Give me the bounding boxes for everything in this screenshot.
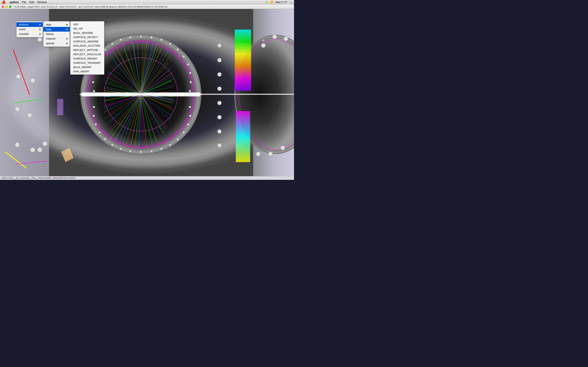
svg-point-186 (15, 107, 20, 111)
svg-point-156 (140, 151, 142, 153)
minimize-button[interactable] (5, 6, 8, 8)
svg-point-157 (129, 150, 131, 152)
flag-nan-abort[interactable]: NAN_ABORT (70, 69, 104, 74)
flag-bulk-absorb[interactable]: BULK_ABSORB (70, 31, 104, 35)
svg-point-154 (190, 81, 192, 83)
menu-item-photons[interactable]: photons ▶ (17, 22, 43, 27)
svg-point-172 (189, 106, 191, 108)
context-menu-overlay: photons ▶ event ▶ eventlist ▶ style ▶ fl… (16, 21, 104, 75)
eventlist-label: eventlist (19, 33, 29, 35)
svg-point-204 (217, 101, 222, 105)
flag-bulk-reemit[interactable]: BULK_REEMIT (70, 65, 104, 69)
svg-point-166 (160, 148, 162, 150)
apple-menu-icon[interactable]: 🍎 (2, 0, 6, 4)
svg-point-214 (272, 34, 277, 39)
svg-point-216 (281, 146, 285, 150)
svg-point-189 (30, 147, 35, 152)
svg-point-155 (189, 90, 191, 92)
event-label: event (19, 28, 26, 31)
svg-point-161 (99, 131, 101, 133)
svg-point-140 (111, 43, 113, 45)
special-arrow: ▶ (66, 42, 68, 45)
flag-surface-transmit[interactable]: SURFACE_TRANSMIT (70, 61, 104, 65)
menu-item-flags[interactable]: flags ▶ (43, 27, 70, 32)
menu-item-history[interactable]: history (43, 32, 70, 36)
window-controls (2, 6, 11, 8)
menubar-right: 🔋 📶 Wed 17:27 🔍 (265, 1, 292, 4)
svg-point-218 (256, 152, 260, 156)
style-arrow: ▶ (66, 23, 68, 26)
svg-point-170 (187, 123, 189, 125)
menu-item-event[interactable]: event ▶ (17, 27, 43, 32)
menu-item-eventlist[interactable]: eventlist ▶ (17, 32, 43, 36)
svg-point-185 (30, 78, 35, 83)
svg-point-188 (15, 142, 20, 147)
search-icon[interactable]: 🔍 (289, 1, 292, 4)
svg-point-149 (169, 43, 171, 45)
menu-item-style[interactable]: style ▶ (43, 22, 70, 27)
svg-point-153 (189, 72, 191, 74)
svg-point-158 (120, 148, 122, 150)
menubar-window[interactable]: Window (37, 1, 47, 4)
menu-level2: style ▶ flags ▶ history material ▶ speci… (43, 21, 70, 47)
svg-marker-197 (61, 148, 73, 162)
titlebar: t 0.00 01[2]9 --target=3153 --eye="0.0,0… (0, 4, 294, 9)
material-label: material (46, 37, 55, 40)
menubar-edit[interactable]: Edit (29, 1, 34, 4)
flag-surface-absorb[interactable]: SURFACE_ABSORB (70, 39, 104, 44)
svg-point-217 (268, 152, 273, 156)
menubar-file[interactable]: File (22, 1, 26, 4)
statusbar-text: 3005.0 3153 __dd__Geometry__Pool__lvNear… (2, 177, 76, 179)
svg-point-164 (93, 106, 95, 108)
statusbar: 3005.0 3153 __dd__Geometry__Pool__lvNear… (0, 176, 294, 180)
svg-rect-208 (235, 30, 251, 91)
svg-point-202 (217, 72, 222, 76)
svg-point-207 (217, 143, 222, 147)
flags-values-panel: ANY NO_HIT BULK_ABSORB SURFACE_DETECT SU… (70, 21, 104, 75)
flag-reflect-diffuse[interactable]: REFLECT_DIFFUSE (70, 48, 104, 52)
titlebar-text: t 0.00 01[2]9 --target=3153 --eye="0.0,0… (14, 6, 167, 8)
flag-surface-reemit[interactable]: SURFACE_REEMIT (70, 57, 104, 61)
menu-item-special[interactable]: special ▶ (43, 41, 70, 46)
svg-line-195 (16, 161, 47, 164)
menu-item-material[interactable]: material ▶ (43, 36, 70, 41)
eventlist-arrow: ▶ (39, 33, 41, 35)
flag-no-hit[interactable]: NO_HIT (70, 26, 104, 31)
svg-rect-198 (57, 99, 63, 115)
wifi-icon: 📶 (270, 1, 273, 4)
menubar-python[interactable]: python (10, 1, 18, 4)
special-label: special (46, 42, 54, 45)
menu-level1: photons ▶ event ▶ eventlist ▶ (16, 21, 43, 37)
svg-point-167 (169, 144, 171, 146)
svg-point-137 (140, 36, 142, 38)
svg-point-203 (217, 87, 222, 91)
svg-point-190 (37, 147, 42, 152)
style-label: style (46, 23, 52, 26)
svg-point-169 (183, 131, 185, 133)
flag-reflect-specular[interactable]: REFLECT_SPECULAR (70, 52, 104, 57)
material-arrow: ▶ (66, 37, 68, 40)
svg-point-145 (92, 81, 94, 83)
flag-rayleigh-scatter[interactable]: RAYLEIGH_SCATTER (70, 44, 104, 48)
svg-rect-209 (236, 111, 250, 162)
svg-point-160 (104, 138, 106, 140)
svg-point-187 (27, 113, 32, 118)
svg-line-193 (14, 99, 43, 103)
svg-point-150 (177, 49, 179, 50)
history-label: history (46, 33, 54, 35)
svg-point-148 (160, 39, 162, 41)
flag-surface-detect[interactable]: SURFACE_DETECT (70, 35, 104, 39)
photons-label: photons (19, 23, 28, 26)
svg-point-163 (93, 115, 95, 117)
close-button[interactable] (2, 6, 4, 8)
svg-line-194 (5, 152, 26, 168)
photons-arrow: ▶ (39, 23, 41, 26)
maximize-button[interactable] (9, 6, 11, 8)
svg-rect-213 (262, 40, 265, 41)
event-arrow: ▶ (39, 28, 41, 31)
svg-point-182 (17, 75, 20, 78)
battery-icon: 🔋 (265, 1, 268, 4)
svg-point-139 (120, 39, 122, 41)
svg-point-171 (189, 115, 191, 117)
flag-any[interactable]: ANY (70, 22, 104, 26)
